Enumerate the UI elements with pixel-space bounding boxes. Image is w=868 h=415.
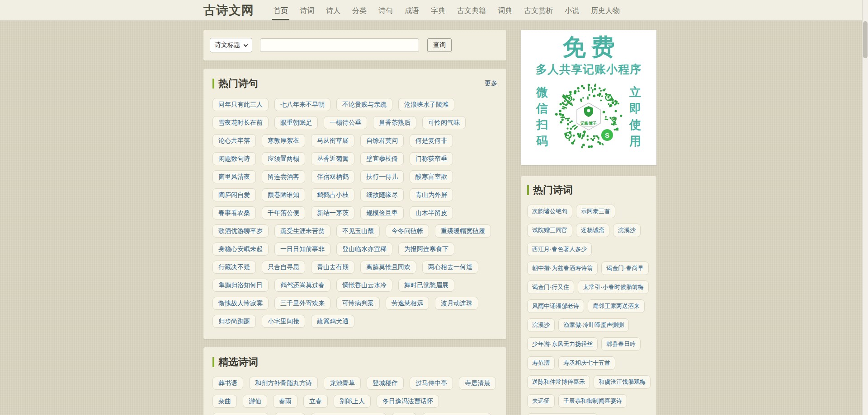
tag[interactable]: 归步尚踟蹰 <box>212 315 256 328</box>
nav-item-2[interactable]: 诗人 <box>325 0 342 20</box>
tag[interactable]: 何是复何非 <box>410 134 453 147</box>
tag[interactable]: 谒金门·行又住 <box>527 280 574 294</box>
tag[interactable]: 渔家傲·冷叶啼螀声恻恻 <box>558 318 629 332</box>
tag[interactable]: 郫县春日吟 <box>601 337 641 351</box>
nav-item-9[interactable]: 古文赏析 <box>523 0 554 20</box>
tag[interactable]: 隼旟归洛知何日 <box>212 279 269 292</box>
search-input[interactable] <box>260 38 419 52</box>
tag[interactable]: 丛香近菊篱 <box>311 152 354 165</box>
tag[interactable]: 寺居清晨 <box>459 377 496 390</box>
tag[interactable]: 劳逸悬相远 <box>386 297 429 310</box>
more-link[interactable]: 更多 <box>485 79 497 88</box>
tag[interactable]: 七娘子·画堂银烛明如昼 <box>527 413 598 415</box>
tag[interactable]: 沧浪峡水子陵滩 <box>398 98 454 111</box>
tag[interactable]: 马从衔草展 <box>311 134 354 147</box>
tag[interactable]: 疏篱鸡犬通 <box>311 315 354 328</box>
tag[interactable]: 试院赠三同官 <box>527 224 572 237</box>
tag[interactable]: 论心共牢落 <box>212 134 256 147</box>
tag[interactable]: 自馀君莫问 <box>360 134 404 147</box>
tag[interactable]: 歌酒优游聊卒岁 <box>212 224 269 238</box>
search-button[interactable]: 查询 <box>427 38 452 52</box>
tag[interactable]: 壬辰恭和御制闻喜宴诗 <box>558 394 627 408</box>
tag[interactable]: 陶庐闲自爱 <box>212 188 256 201</box>
tag[interactable]: 冬日逢冯法曹话怀 <box>377 395 439 408</box>
tag[interactable]: 只合自寻思 <box>262 261 305 274</box>
tag[interactable]: 应须置两榻 <box>262 152 305 165</box>
tag[interactable]: 一日日知前事非 <box>274 242 330 256</box>
tag[interactable]: 示阿泰三首 <box>576 205 615 218</box>
tag[interactable]: 重阳日陪韦卿宴 <box>212 413 269 415</box>
tag[interactable]: 规模俭且卑 <box>360 206 404 219</box>
tag[interactable]: 立春 <box>303 395 328 408</box>
scrollbar[interactable] <box>862 0 868 415</box>
tag[interactable]: 鹪鹩占小枝 <box>311 188 354 201</box>
tag[interactable]: 酸寒富室欺 <box>410 170 453 183</box>
tag[interactable]: 门称荻帘垂 <box>410 152 453 165</box>
nav-item-3[interactable]: 分类 <box>351 0 368 20</box>
tag[interactable]: 青山为外屏 <box>410 188 453 201</box>
tag[interactable]: 行藏决不疑 <box>212 261 256 274</box>
tag[interactable]: 窗里风清夜 <box>212 170 256 183</box>
tag[interactable]: 朝中措·为兹春酒寿诗翁 <box>527 261 598 275</box>
tag[interactable]: 别郎上人 <box>334 395 371 408</box>
tag[interactable]: 山木半留皮 <box>410 206 453 219</box>
nav-item-6[interactable]: 字典 <box>429 0 447 20</box>
tag[interactable]: 壁宜藜杖倚 <box>360 152 404 165</box>
tag[interactable]: 可怜闲气味 <box>422 116 466 129</box>
nav-item-8[interactable]: 词典 <box>496 0 514 20</box>
tag[interactable]: 庵邻王家两送酒来 <box>588 299 645 313</box>
tag[interactable]: 鼻香茶熟后 <box>373 116 416 129</box>
tag[interactable]: 寒教厚絮衣 <box>262 134 305 147</box>
search-category-select[interactable]: 诗文标题 <box>210 38 252 52</box>
tag[interactable]: 和剂方补骨脂丸方诗 <box>249 377 318 390</box>
nav-item-10[interactable]: 小说 <box>563 0 580 20</box>
tag[interactable]: 送陈和仲常博倅嘉禾 <box>527 375 590 389</box>
tag[interactable]: 夫远征 <box>527 394 555 408</box>
tag[interactable]: 和虞沧江饯腊观梅 <box>594 375 651 389</box>
tag[interactable]: 谒金门·春尚早 <box>601 261 648 275</box>
tag[interactable]: 青山去有期 <box>311 261 354 274</box>
tag[interactable]: 重裘暖帽宽毡履 <box>435 224 491 238</box>
nav-item-4[interactable]: 诗句 <box>377 0 394 20</box>
tag[interactable]: 同达奚宰游窦子明仙坛 <box>311 413 386 415</box>
tag[interactable]: 细故随缘尽 <box>360 188 404 201</box>
tag[interactable]: 惆怅香山云水冷 <box>336 279 392 292</box>
tag[interactable]: 春雨 <box>273 395 297 408</box>
tag[interactable]: 过马侍中亭 <box>410 377 453 390</box>
tag[interactable]: 扶行一侍儿 <box>360 170 404 183</box>
tag[interactable]: 雪夜花时长在前 <box>212 116 269 129</box>
tag[interactable]: 次韵诸公绝句 <box>527 205 572 218</box>
tag[interactable]: 新结一茅茨 <box>311 206 354 219</box>
tag[interactable]: 伴宿双栖鹤 <box>311 170 354 183</box>
tag[interactable]: 登山临水亦宜稀 <box>336 242 392 256</box>
tag[interactable]: 杂曲 <box>212 395 237 408</box>
tag[interactable]: 惭愧故人怜寂寞 <box>212 297 269 310</box>
tag[interactable]: 浣溪沙 <box>613 224 641 237</box>
tag[interactable]: 舞时已觉愁眉展 <box>398 279 454 292</box>
tag[interactable]: 寿范漕 <box>527 356 555 370</box>
tag[interactable]: 风雨中诵潘邠老诗 <box>527 299 584 313</box>
nav-item-0[interactable]: 首页 <box>272 0 289 20</box>
tag[interactable]: 不论贵贱与亲疏 <box>336 98 392 111</box>
tag[interactable]: 颜巷陋谁知 <box>262 188 305 201</box>
tag[interactable]: 游仙 <box>243 395 267 408</box>
tag[interactable]: 咏玉 <box>392 413 416 415</box>
tag[interactable]: 疏受生涯未苦贫 <box>274 224 330 238</box>
tag[interactable]: 鹤驾还嵩莫过春 <box>274 279 330 292</box>
nav-item-1[interactable]: 诗词 <box>298 0 316 20</box>
tag[interactable]: 离筵莫怆且同欢 <box>360 261 416 274</box>
nav-item-11[interactable]: 历史人物 <box>590 0 621 20</box>
tag[interactable]: 闲题数句诗 <box>212 152 256 165</box>
tag[interactable]: 寿丞相庆七十五首 <box>558 356 615 370</box>
site-logo[interactable]: 古诗文网 <box>203 0 254 20</box>
nav-item-5[interactable]: 成语 <box>403 0 420 20</box>
tag[interactable]: 龙池青草 <box>324 377 361 390</box>
tag[interactable]: 浣溪沙 <box>527 318 555 332</box>
tag[interactable]: 春事看农桑 <box>212 206 256 219</box>
tag[interactable]: 迓杨诚斋 <box>576 224 609 237</box>
tag[interactable]: 葬书语 <box>212 377 243 390</box>
scrollbar-thumb[interactable] <box>863 21 868 58</box>
tag[interactable]: 不见玉山颓 <box>336 224 380 238</box>
tag[interactable]: 七贤庙 <box>274 413 305 415</box>
tag[interactable]: 两心相去一何逕 <box>422 261 478 274</box>
